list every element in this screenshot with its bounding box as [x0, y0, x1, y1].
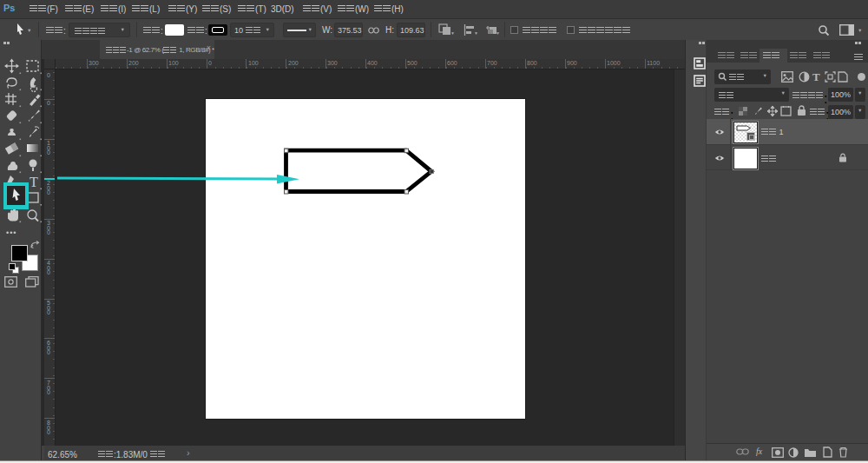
svg-text:T: T [30, 175, 38, 189]
